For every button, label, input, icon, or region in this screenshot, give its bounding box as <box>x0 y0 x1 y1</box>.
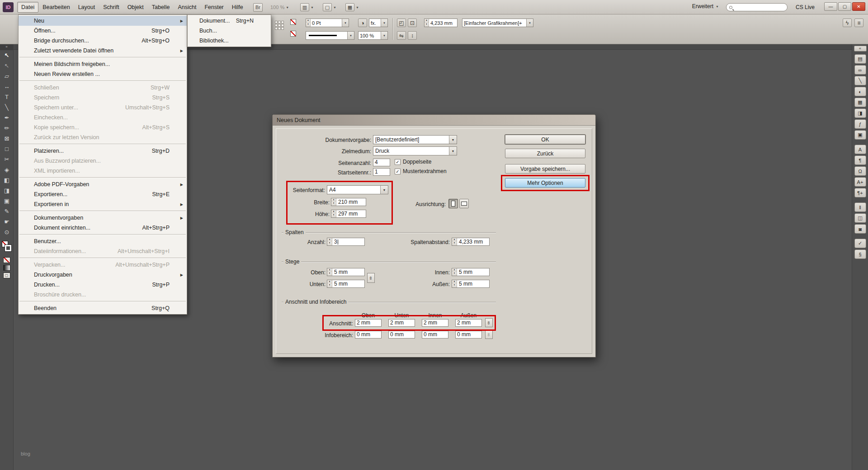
panel-paragraph[interactable]: ¶ <box>854 155 866 165</box>
stroke-indicator-icon[interactable] <box>290 31 296 37</box>
stroke-style-combo[interactable]: ▼ <box>306 31 354 40</box>
menubar-item-objekt[interactable]: Objekt <box>123 2 148 13</box>
infobereich-unten-input[interactable]: 0 mm <box>388 331 415 338</box>
breite-field[interactable]: ▲▼ 210 mm <box>331 198 366 206</box>
gap-size-field[interactable]: ▲▼ 4,233 mm <box>424 19 458 27</box>
chevron-down-icon[interactable]: ▼ <box>449 136 457 144</box>
line-tool[interactable]: ╲ <box>0 102 14 113</box>
menubar-item-datei[interactable]: Datei <box>17 2 38 13</box>
anschnitt-aussen-input[interactable]: 2 mm <box>455 319 482 327</box>
fill-indicator-icon[interactable] <box>290 19 296 25</box>
rectangle-frame-tool[interactable]: ⊠ <box>0 133 14 144</box>
menubar-item-bearbeiten[interactable]: Bearbeiten <box>38 2 74 13</box>
restore-button[interactable]: ▢ <box>838 2 851 11</box>
reference-point-proxy[interactable] <box>275 21 284 30</box>
panel-object-styles[interactable]: ▣ <box>854 130 866 140</box>
fill-stroke-swatches[interactable] <box>0 240 13 255</box>
menubar-item-hilfe[interactable]: Hilfe <box>228 2 247 13</box>
seitenformat-combo[interactable]: A4 ▼ <box>327 185 388 194</box>
panel-text-wrap[interactable]: ◙ <box>854 224 866 234</box>
stroke-weight-combo[interactable]: ▲▼ 0 Pt ▼ <box>306 19 349 27</box>
chevron-down-icon[interactable]: ▼ <box>526 19 533 27</box>
dialog-title-bar[interactable]: Neues Dokument <box>273 115 595 126</box>
doppelseite-checkbox[interactable]: ✓ Doppelseite <box>395 159 431 165</box>
apply-gradient-button[interactable] <box>3 265 10 271</box>
vorgabe-speichern-button[interactable]: Vorgabe speichern... <box>505 164 585 174</box>
view-options-combo[interactable]: ▥ ▼ <box>300 3 314 12</box>
file-menu-item[interactable]: Exportieren...Strg+E <box>19 189 187 199</box>
chevron-down-icon[interactable]: ▼ <box>381 19 387 27</box>
opacity-combo[interactable]: 100 % ▼ <box>358 31 388 40</box>
menubar-item-ansicht[interactable]: Ansicht <box>174 2 200 13</box>
panel-character[interactable]: A <box>854 145 866 154</box>
chevron-down-icon[interactable]: ▼ <box>347 32 354 39</box>
apply-none-button[interactable] <box>3 257 10 263</box>
panel-menu-icon[interactable]: ≡ <box>854 19 863 27</box>
rectangle-tool[interactable]: □ <box>0 144 14 154</box>
link-margins-icon[interactable]: ∞ <box>367 273 375 283</box>
bridge-button[interactable]: Br <box>253 3 263 12</box>
steg-innen-field[interactable]: ▲▼ 5 mm <box>452 268 490 276</box>
quick-apply-icon[interactable]: ϟ <box>843 19 852 27</box>
panel-align[interactable]: ‖ <box>854 202 866 212</box>
object-style-combo[interactable]: [Einfacher Grafikrahmen]+ ▼ <box>462 19 533 27</box>
pen-tool[interactable]: ✒ <box>0 113 14 123</box>
file-menu-item[interactable]: Neuen Review erstellen ... <box>19 69 187 79</box>
anschnitt-oben-input[interactable]: 2 mm <box>355 319 382 327</box>
stepper-icon[interactable]: ▲▼ <box>331 198 336 206</box>
stepper-icon[interactable]: ▲▼ <box>452 280 457 287</box>
infobereich-innen-input[interactable]: 0 mm <box>422 331 448 338</box>
search-input[interactable] <box>726 3 788 11</box>
panel-stroke[interactable]: ╲ <box>854 76 866 85</box>
panel-color[interactable]: ◐ <box>854 87 866 96</box>
mehr-optionen-button[interactable]: Mehr Optionen <box>505 178 585 188</box>
scissors-tool[interactable]: ✂ <box>0 154 14 164</box>
pencil-tool[interactable]: ✏ <box>0 123 14 133</box>
menubar-item-layout[interactable]: Layout <box>74 2 99 13</box>
normal-view-mode-button[interactable]: ▢ <box>3 273 10 278</box>
zoom-level-combo[interactable]: 100 % ▼ <box>270 3 289 12</box>
file-menu-item[interactable]: Zuletzt verwendete Datei öffnen▶ <box>19 46 187 56</box>
submenu-item[interactable]: Bibliothek... <box>188 36 271 46</box>
minimize-button[interactable]: — <box>824 2 837 11</box>
menubar-item-fenster[interactable]: Fenster <box>200 2 227 13</box>
dokumentvorgabe-combo[interactable]: [Benutzerdefiniert] ▼ <box>373 135 457 144</box>
anschnitt-innen-input[interactable]: 2 mm <box>422 319 448 327</box>
zielmedium-combo[interactable]: Druck ▼ <box>373 146 457 155</box>
panel-character-styles[interactable]: A+ <box>854 177 866 187</box>
file-menu-item[interactable]: Adobe PDF-Vorgaben▶ <box>19 179 187 189</box>
stepper-icon[interactable]: ▲▼ <box>327 268 332 276</box>
file-menu-item[interactable]: Druckvorgaben▶ <box>19 270 187 280</box>
corner-options-icon[interactable]: ◰ <box>397 19 406 27</box>
seitenanzahl-input[interactable]: 4 <box>373 159 390 166</box>
collapse-dock-icon[interactable]: « <box>854 46 867 52</box>
stepper-icon[interactable]: ▲▼ <box>452 238 457 245</box>
file-menu-item[interactable]: BeendenStrg+Q <box>19 303 187 313</box>
free-transform-tool[interactable]: ◈ <box>0 164 14 175</box>
screen-mode-combo[interactable]: ▢ ▼ <box>323 3 336 12</box>
startseitennr-input[interactable]: 1 <box>373 168 390 176</box>
panel-links[interactable]: ∞ <box>854 65 866 75</box>
type-tool[interactable]: T <box>0 92 14 102</box>
frame-fitting-icon[interactable]: ⊡ <box>408 19 417 27</box>
file-menu-item[interactable]: Öffnen...Strg+O <box>19 26 187 36</box>
selection-tool[interactable]: ↖ <box>0 50 14 61</box>
anzahl-field[interactable]: ▲▼ 3 <box>327 238 365 246</box>
gap-tool[interactable]: ↔ <box>0 81 14 92</box>
panel-swatches[interactable]: ▦ <box>854 98 866 107</box>
unlink-infobereich-icon[interactable]: ∞ <box>485 330 493 339</box>
stepper-icon[interactable]: ▲▼ <box>327 280 332 287</box>
zurueck-button[interactable]: Zurück <box>505 149 585 158</box>
chevron-down-icon[interactable]: ▼ <box>342 19 349 27</box>
panel-paragraph-styles[interactable]: ¶+ <box>854 188 866 197</box>
hand-tool[interactable]: ☛ <box>0 216 14 227</box>
file-menu-item[interactable]: Drucken...Strg+P <box>19 280 187 290</box>
steg-aussen-field[interactable]: ▲▼ 5 mm <box>452 280 490 288</box>
file-menu-item[interactable]: Benutzer... <box>19 236 187 246</box>
file-menu-item[interactable]: Dokumentvorgaben▶ <box>19 213 187 223</box>
tools-panel-header[interactable]: » <box>0 44 13 50</box>
file-menu-item[interactable]: Meinen Bildschirm freigeben... <box>19 59 187 69</box>
workspace-switcher[interactable]: Erweitert ▼ <box>692 3 719 9</box>
panel-pathfinder[interactable]: ◫ <box>854 213 866 223</box>
infobereich-aussen-input[interactable]: 0 mm <box>455 331 482 338</box>
